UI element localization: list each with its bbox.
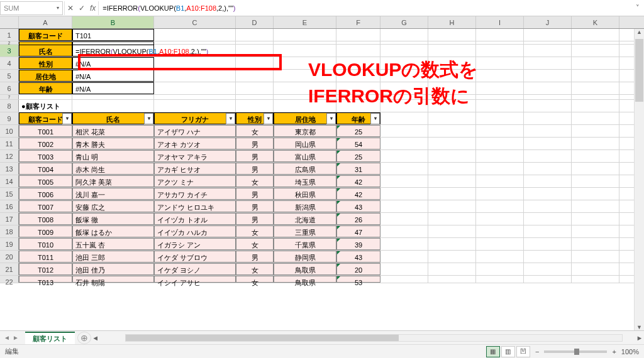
cell-region[interactable]: 富山県 — [274, 150, 336, 162]
row-header[interactable]: 13 — [0, 163, 19, 175]
cell-gender[interactable]: 女 — [236, 263, 274, 275]
cell-age[interactable]: 47 — [336, 225, 380, 237]
cell-age[interactable]: 53 — [336, 276, 380, 283]
cell-age[interactable]: 42 — [336, 175, 380, 187]
cell-name[interactable]: 飯塚 徹 — [72, 213, 154, 225]
hdr-gender[interactable]: 性別▾ — [236, 112, 274, 124]
hdr-code[interactable]: 顧客コード▾ — [19, 112, 72, 124]
normal-view-icon[interactable]: ▦ — [486, 346, 500, 357]
cell-gender[interactable]: 男 — [236, 163, 274, 175]
row-header[interactable]: 12 — [0, 150, 19, 162]
col-header-k[interactable]: K — [572, 16, 619, 28]
cell-region[interactable]: 北海道 — [274, 213, 336, 225]
cell-value-gender[interactable]: #N/A — [72, 57, 154, 69]
cell-age[interactable]: 54 — [336, 138, 380, 149]
cell-value-code[interactable]: T101 — [72, 29, 154, 41]
cell-name[interactable]: 浅川 嘉一 — [72, 188, 154, 200]
cell-value-age[interactable]: #N/A — [72, 82, 154, 94]
cell-age[interactable]: 25 — [336, 125, 380, 137]
col-header-g[interactable]: G — [380, 16, 428, 28]
cell-gender[interactable]: 女 — [236, 175, 274, 187]
row-header[interactable]: 18 — [0, 225, 19, 237]
cell-furigana[interactable]: アオキ カツオ — [154, 138, 236, 149]
cell-furigana[interactable]: アサカワ カイチ — [154, 188, 236, 200]
cell-code[interactable]: T003 — [19, 150, 72, 162]
cell-code[interactable]: T009 — [19, 225, 72, 237]
cell-furigana[interactable]: イケダ サブロウ — [154, 251, 236, 263]
zoom-level[interactable]: 100% — [621, 348, 639, 355]
cell-name[interactable]: 阿久津 美菜 — [72, 175, 154, 187]
col-header-a[interactable]: A — [19, 16, 72, 28]
row-header[interactable]: 14 — [0, 175, 19, 187]
cell-age[interactable]: 20 — [336, 263, 380, 275]
row-header[interactable]: 16 — [0, 200, 19, 212]
hscroll-left-icon[interactable]: ◄ — [91, 334, 100, 342]
tab-nav-next-icon[interactable]: ► — [13, 334, 19, 341]
confirm-icon[interactable]: ✓ — [79, 4, 85, 13]
row-header[interactable]: 10 — [0, 125, 19, 137]
cell-furigana[interactable]: アンドウ ヒロユキ — [154, 200, 236, 212]
col-header-b[interactable]: B — [72, 16, 154, 28]
select-all-corner[interactable] — [0, 16, 19, 28]
hdr-age[interactable]: 年齢▾ — [336, 112, 380, 124]
name-box-dropdown-icon[interactable]: ▾ — [57, 5, 59, 11]
cell-code[interactable]: T001 — [19, 125, 72, 137]
formula-expand-icon[interactable]: ˅ — [631, 4, 644, 12]
cell-gender[interactable]: 男 — [236, 200, 274, 212]
cell-gender[interactable]: 女 — [236, 276, 274, 283]
page-break-view-icon[interactable]: 凹 — [516, 346, 530, 357]
cell-label-name[interactable]: 氏名 — [19, 45, 72, 57]
cell-name[interactable]: 青木 勝夫 — [72, 138, 154, 149]
row-header[interactable]: 21 — [0, 263, 19, 275]
row-header[interactable]: 9 — [0, 112, 19, 124]
cell-name[interactable]: 池田 三郎 — [72, 251, 154, 263]
row-header[interactable]: 22 — [0, 276, 19, 283]
cell-region[interactable]: 鳥取県 — [274, 263, 336, 275]
zoom-out-icon[interactable]: − — [535, 348, 539, 355]
row-header[interactable]: 6 — [0, 82, 19, 94]
cell-label-region[interactable]: 居住地 — [19, 70, 72, 82]
cell-furigana[interactable]: イケダ ヨシノ — [154, 263, 236, 275]
cell-code[interactable]: T008 — [19, 213, 72, 225]
row-header[interactable]: 4 — [0, 57, 19, 69]
cell-code[interactable]: T010 — [19, 238, 72, 250]
cell-gender[interactable]: 男 — [236, 251, 274, 263]
vertical-scrollbar[interactable]: ▲ ▼ — [634, 29, 644, 330]
row-header[interactable]: 1 — [0, 29, 19, 41]
cell-name[interactable]: 石井 朝陽 — [72, 276, 154, 283]
cell-furigana[interactable]: アオヤマ アキラ — [154, 150, 236, 162]
cell-name[interactable]: 相沢 花菜 — [72, 125, 154, 137]
cell-name[interactable]: 池田 佳乃 — [72, 263, 154, 275]
name-box[interactable]: SUM ▾ — [0, 1, 63, 15]
col-header-j[interactable]: J — [524, 16, 572, 28]
cell-name[interactable]: 青山 明 — [72, 150, 154, 162]
cell-gender[interactable]: 女 — [236, 125, 274, 137]
tab-nav-prev-icon[interactable]: ◄ — [4, 334, 10, 341]
cell-furigana[interactable]: アイザワ ハナ — [154, 125, 236, 137]
cell-code[interactable]: T005 — [19, 175, 72, 187]
cell-code[interactable]: T011 — [19, 251, 72, 263]
cell-age[interactable]: 43 — [336, 251, 380, 263]
cell-age[interactable]: 25 — [336, 150, 380, 162]
cell-region[interactable]: 三重県 — [274, 225, 336, 237]
filter-icon[interactable]: ▾ — [62, 113, 72, 124]
hdr-name[interactable]: 氏名▾ — [72, 112, 154, 124]
cell-label-gender[interactable]: 性別 — [19, 57, 72, 69]
col-header-d[interactable]: D — [236, 16, 274, 28]
cell-editing-formula[interactable]: =IFERROR(VLOOKUP(B1,A10:F108,2,),"") — [72, 45, 154, 57]
cell-age[interactable]: 42 — [336, 188, 380, 200]
row-header[interactable]: 20 — [0, 251, 19, 263]
cell-code[interactable]: T007 — [19, 200, 72, 212]
row-header[interactable]: 3 — [0, 45, 19, 57]
formula-input[interactable]: =IFERROR(VLOOKUP(B1,A10:F108,2,),"") — [98, 1, 631, 15]
cell-name[interactable]: 五十嵐 杏 — [72, 238, 154, 250]
cell-region[interactable]: 静岡県 — [274, 251, 336, 263]
hdr-furigana[interactable]: フリガナ▾ — [154, 112, 236, 124]
filter-icon[interactable]: ▾ — [226, 113, 235, 124]
col-header-i[interactable]: I — [476, 16, 524, 28]
zoom-thumb[interactable] — [574, 349, 579, 355]
row-header[interactable]: 7 — [0, 95, 19, 99]
cell-furigana[interactable]: イガラシ アン — [154, 238, 236, 250]
row-header[interactable]: 17 — [0, 213, 19, 225]
cell-age[interactable]: 43 — [336, 200, 380, 212]
